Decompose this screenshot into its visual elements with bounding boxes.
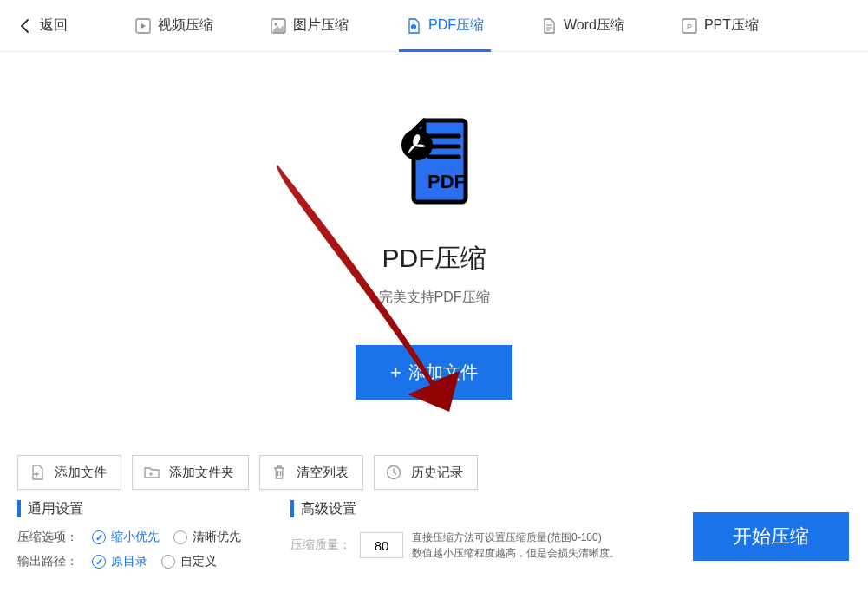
pdf-icon (406, 18, 421, 34)
compress-option-row: 压缩选项： 缩小优先 清晰优先 (17, 530, 290, 545)
quality-desc-line2: 数值越小压缩程度越高，但是会损失清晰度。 (412, 545, 620, 561)
radio-label: 原目录 (111, 554, 147, 569)
compress-option-label: 压缩选项： (17, 530, 78, 545)
quality-description: 直接压缩方法可设置压缩质量(范围0-100) 数值越小压缩程度越高，但是会损失清… (412, 530, 620, 561)
quality-input[interactable] (360, 532, 403, 558)
add-file-big-button[interactable]: + 添加文件 (356, 345, 512, 400)
quality-row: 压缩质量： 直接压缩方法可设置压缩质量(范围0-100) 数值越小压缩程度越高，… (290, 530, 672, 561)
output-path-label: 输出路径： (17, 554, 78, 569)
button-label: 添加文件夹 (169, 465, 234, 481)
button-label: 清空列表 (297, 465, 349, 481)
center-area: PDF PDF压缩 完美支持PDF压缩 + 添加文件 (0, 52, 868, 438)
arrow-left-icon (17, 17, 35, 35)
radio-original-dir[interactable]: 原目录 (92, 554, 147, 569)
back-label: 返回 (40, 16, 68, 35)
svg-text:P: P (687, 23, 692, 31)
svg-point-2 (275, 23, 277, 25)
button-label: 添加文件 (55, 465, 107, 481)
tab-label: 图片压缩 (293, 16, 349, 35)
add-folder-button[interactable]: 添加文件夹 (132, 455, 249, 490)
radio-indicator (173, 530, 187, 544)
history-button[interactable]: 历史记录 (374, 455, 478, 490)
radio-indicator (92, 530, 106, 544)
radio-label: 清晰优先 (193, 530, 241, 545)
quality-label: 压缩质量： (290, 537, 351, 553)
radio-label: 自定义 (180, 554, 217, 569)
bottom-buttons: 添加文件 添加文件夹 清空列表 历史记录 (17, 455, 851, 490)
pdf-big-icon: PDF (382, 108, 486, 215)
tab-word[interactable]: Word压缩 (534, 1, 631, 51)
radio-indicator (92, 555, 106, 569)
bottom-panel: 添加文件 添加文件夹 清空列表 历史记录 通用设置 压缩选项： (0, 438, 868, 592)
tab-video[interactable]: 视频压缩 (128, 1, 220, 51)
ppt-icon: P (682, 18, 697, 34)
tab-label: PPT压缩 (704, 16, 759, 35)
add-file-button[interactable]: 添加文件 (17, 455, 121, 490)
page-subtitle: 完美支持PDF压缩 (379, 289, 490, 307)
trash-icon (271, 464, 288, 481)
radio-clear-priority[interactable]: 清晰优先 (173, 530, 241, 545)
general-settings: 通用设置 压缩选项： 缩小优先 清晰优先 输出路径： 原目录 (17, 500, 290, 578)
big-icon-text: PDF (427, 171, 466, 192)
radio-indicator (161, 555, 175, 569)
word-icon (541, 18, 557, 34)
clear-list-button[interactable]: 清空列表 (259, 455, 363, 490)
folder-plus-icon (143, 464, 160, 481)
quality-desc-line1: 直接压缩方法可设置压缩质量(范围0-100) (412, 530, 620, 545)
tab-label: 视频压缩 (158, 16, 213, 35)
radio-custom-dir[interactable]: 自定义 (161, 554, 217, 569)
tab-pdf[interactable]: PDF压缩 (399, 1, 491, 51)
tab-label: PDF压缩 (428, 16, 484, 35)
image-icon (271, 18, 286, 34)
add-file-big-label: 添加文件 (408, 361, 478, 384)
start-compress-button[interactable]: 开始压缩 (693, 512, 849, 561)
page-title: PDF压缩 (382, 241, 486, 276)
output-path-row: 输出路径： 原目录 自定义 (17, 554, 290, 569)
start-label: 开始压缩 (733, 524, 809, 550)
section-title-general: 通用设置 (17, 500, 290, 517)
back-button[interactable]: 返回 (17, 16, 68, 35)
radio-label: 缩小优先 (111, 530, 160, 545)
radio-shrink-priority[interactable]: 缩小优先 (92, 530, 160, 545)
advanced-settings: 高级设置 压缩质量： 直接压缩方法可设置压缩质量(范围0-100) 数值越小压缩… (290, 500, 672, 561)
video-icon (135, 18, 151, 34)
tab-label: Word压缩 (564, 16, 624, 35)
section-title-advanced: 高级设置 (290, 500, 672, 517)
file-plus-icon (29, 464, 46, 481)
tab-image[interactable]: 图片压缩 (264, 1, 356, 51)
history-icon (385, 464, 402, 481)
tabbar: 返回 视频压缩 图片压缩 PDF压缩 Word压缩 P PPT压缩 (0, 0, 868, 52)
tab-ppt[interactable]: P PPT压缩 (675, 1, 766, 51)
button-label: 历史记录 (411, 465, 463, 481)
plus-icon: + (390, 361, 401, 384)
